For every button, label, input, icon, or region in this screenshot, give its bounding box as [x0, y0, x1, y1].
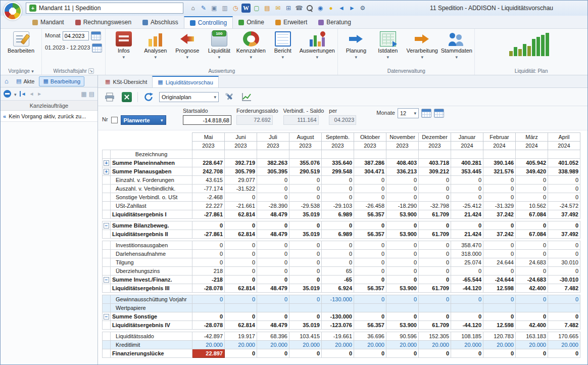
value-cell[interactable]: 35.019 — [289, 210, 322, 219]
value-cell[interactable]: 0 — [257, 258, 289, 267]
value-cell[interactable]: 0 — [516, 221, 548, 230]
value-cell[interactable]: 0 — [192, 258, 225, 267]
value-cell[interactable]: 0 — [289, 295, 322, 304]
value-cell[interactable]: 163.183 — [516, 332, 548, 341]
refresh-button[interactable] — [142, 90, 155, 104]
value-cell[interactable]: 0 — [354, 349, 386, 358]
window-list-icon[interactable]: ▣ — [210, 4, 219, 13]
value-cell[interactable]: 336.213 — [386, 167, 419, 176]
value-cell[interactable]: 0 — [483, 295, 516, 304]
panel-list-icon[interactable]: ▤ — [89, 90, 94, 98]
value-cell[interactable]: 21.424 — [451, 210, 483, 219]
value-cell[interactable]: 0 — [516, 193, 548, 202]
home-icon[interactable]: ⌂ — [2, 77, 12, 85]
ribbon-button-prognose[interactable]: Prognose — [171, 30, 203, 61]
value-cell[interactable]: 358.470 — [451, 241, 483, 250]
value-cell[interactable]: 0 — [386, 250, 419, 258]
value-cell[interactable]: 56.357 — [354, 284, 386, 293]
value-cell[interactable]: 20.000 — [257, 341, 289, 349]
value-cell[interactable]: -18.290 — [386, 202, 419, 210]
value-cell[interactable]: -44.120 — [451, 284, 483, 293]
value-cell[interactable]: 0 — [257, 221, 289, 230]
value-cell[interactable]: 0 — [419, 276, 451, 284]
value-cell[interactable]: 0 — [192, 221, 225, 230]
mail-icon[interactable]: ✉ — [273, 4, 282, 13]
value-cell[interactable]: 355.076 — [289, 159, 322, 167]
value-cell[interactable]: -25.412 — [451, 202, 483, 210]
value-cell[interactable]: -2.468 — [192, 193, 225, 202]
chart-view-button[interactable] — [240, 90, 253, 104]
chevron-down-icon[interactable] — [14, 91, 17, 97]
value-cell[interactable]: 48.479 — [257, 230, 289, 239]
value-cell[interactable]: -28.078 — [192, 321, 225, 330]
value-cell[interactable]: 0 — [322, 176, 354, 185]
collapse-icon[interactable]: − — [104, 223, 109, 229]
value-cell[interactable] — [225, 304, 257, 312]
value-cell[interactable]: 0 — [516, 295, 548, 304]
value-cell[interactable]: 20.000 — [192, 341, 225, 349]
value-cell[interactable]: 0 — [451, 185, 483, 193]
phone-icon[interactable]: ☎ — [295, 4, 304, 13]
nav-forward-icon[interactable]: ► — [348, 4, 357, 13]
value-cell[interactable]: 0 — [257, 267, 289, 276]
value-cell[interactable]: -31.522 — [225, 185, 257, 193]
value-cell[interactable]: 0 — [354, 241, 386, 250]
word-icon[interactable]: W — [241, 4, 251, 13]
value-cell[interactable]: 0 — [483, 193, 516, 202]
value-cell[interactable]: -30.010 — [548, 276, 580, 284]
collapse-icon[interactable]: − — [104, 277, 109, 283]
value-cell[interactable]: 390.146 — [483, 159, 516, 167]
value-cell[interactable]: 0 — [386, 312, 419, 321]
value-cell[interactable]: 0 — [322, 193, 354, 202]
value-cell[interactable]: 0 — [289, 267, 322, 276]
group-label-vorgaenge[interactable]: Vorgänge — [3, 67, 39, 75]
value-cell[interactable]: -42.897 — [192, 332, 225, 341]
value-cell[interactable]: 170.665 — [548, 332, 580, 341]
value-cell[interactable]: 0 — [257, 185, 289, 193]
value-cell[interactable]: 0 — [483, 176, 516, 185]
value-cell[interactable]: 6.989 — [322, 210, 354, 219]
value-cell[interactable]: 108.185 — [451, 332, 483, 341]
value-cell[interactable]: 0 — [225, 276, 257, 284]
value-cell[interactable]: 0 — [289, 250, 322, 258]
value-cell[interactable]: 305.395 — [257, 167, 289, 176]
value-cell[interactable]: 0 — [257, 176, 289, 185]
value-cell[interactable]: -130.000 — [322, 295, 354, 304]
value-cell[interactable] — [322, 304, 354, 312]
value-cell[interactable]: -218 — [192, 276, 225, 284]
value-cell[interactable]: -65 — [322, 276, 354, 284]
value-cell[interactable] — [548, 304, 580, 312]
value-cell[interactable]: 0 — [354, 193, 386, 202]
mandant-selector[interactable]: + Mandant 11 | Spedition — [26, 3, 183, 14]
value-cell[interactable]: 67.084 — [516, 210, 548, 219]
value-cell[interactable]: 304.471 — [354, 167, 386, 176]
sidebar-tab-bearbeitung[interactable]: ▦ Bearbeitung — [39, 76, 84, 86]
value-cell[interactable]: 0 — [483, 221, 516, 230]
monitor-icon[interactable]: ▥ — [220, 4, 229, 13]
value-cell[interactable]: 20.000 — [548, 341, 580, 349]
value-cell[interactable]: -123.076 — [322, 321, 354, 330]
value-cell[interactable]: 48.479 — [257, 284, 289, 293]
value-cell[interactable]: 10.562 — [516, 202, 548, 210]
value-cell[interactable]: 0 — [289, 221, 322, 230]
ribbon-button-bearbeiten[interactable]: Bearbeiten — [3, 30, 39, 55]
panel-grid-icon[interactable]: ▦ — [81, 90, 86, 98]
monat-input[interactable] — [63, 31, 89, 40]
ribbon-tab-erweitert[interactable]: Erweitert — [270, 16, 313, 28]
value-cell[interactable]: 30.010 — [548, 258, 580, 267]
tab-kst-uebersicht[interactable]: ▦ KSt-Übersicht — [100, 76, 152, 87]
search-icon[interactable] — [305, 4, 314, 13]
value-cell[interactable]: 56.357 — [354, 210, 386, 219]
value-cell[interactable]: -28.078 — [192, 284, 225, 293]
ribbon-tab-controlling[interactable]: Controlling — [184, 16, 233, 28]
value-cell[interactable]: 403.718 — [419, 159, 451, 167]
value-cell[interactable]: 338.989 — [548, 167, 580, 176]
value-cell[interactable]: 0 — [516, 312, 548, 321]
value-cell[interactable]: 62.814 — [225, 230, 257, 239]
value-cell[interactable]: 19.917 — [225, 332, 257, 341]
value-cell[interactable]: -130.000 — [322, 312, 354, 321]
value-cell[interactable]: -44.120 — [451, 321, 483, 330]
value-cell[interactable]: 0 — [257, 312, 289, 321]
nav-forward-icon[interactable]: ► — [37, 91, 42, 97]
value-cell[interactable]: -27.861 — [192, 230, 225, 239]
